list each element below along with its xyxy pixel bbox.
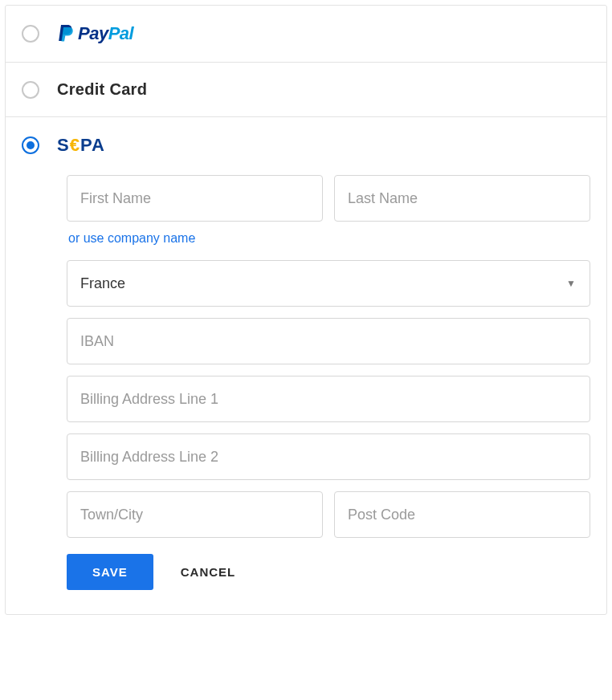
paypal-logo: PayPal: [57, 23, 133, 44]
credit-card-option[interactable]: Credit Card: [6, 63, 606, 117]
sepa-radio[interactable]: [22, 136, 39, 154]
paypal-p-icon: [57, 23, 76, 44]
payment-method-panel: PayPal Credit Card S€PA or use company n…: [5, 5, 607, 615]
address-line1-input[interactable]: [67, 376, 590, 422]
company-name-link[interactable]: or use company name: [67, 230, 195, 260]
sepa-option[interactable]: S€PA: [6, 117, 606, 167]
paypal-wordmark: PayPal: [78, 23, 133, 44]
save-button[interactable]: SAVE: [67, 554, 153, 590]
city-input[interactable]: [67, 491, 323, 538]
sepa-form: or use company name France ▼: [6, 167, 606, 614]
paypal-radio[interactable]: [22, 25, 39, 43]
sepa-option-section: S€PA or use company name France ▼: [6, 117, 606, 614]
first-name-input[interactable]: [67, 175, 323, 222]
cancel-button[interactable]: CANCEL: [181, 565, 236, 579]
credit-card-radio[interactable]: [22, 81, 39, 99]
address-line2-input[interactable]: [67, 433, 590, 480]
country-select[interactable]: France: [67, 260, 590, 307]
iban-input[interactable]: [67, 318, 590, 364]
postcode-input[interactable]: [334, 491, 590, 538]
credit-card-label: Credit Card: [57, 80, 147, 99]
paypal-option[interactable]: PayPal: [6, 6, 606, 63]
last-name-input[interactable]: [334, 175, 590, 222]
sepa-logo: S€PA: [57, 135, 105, 156]
